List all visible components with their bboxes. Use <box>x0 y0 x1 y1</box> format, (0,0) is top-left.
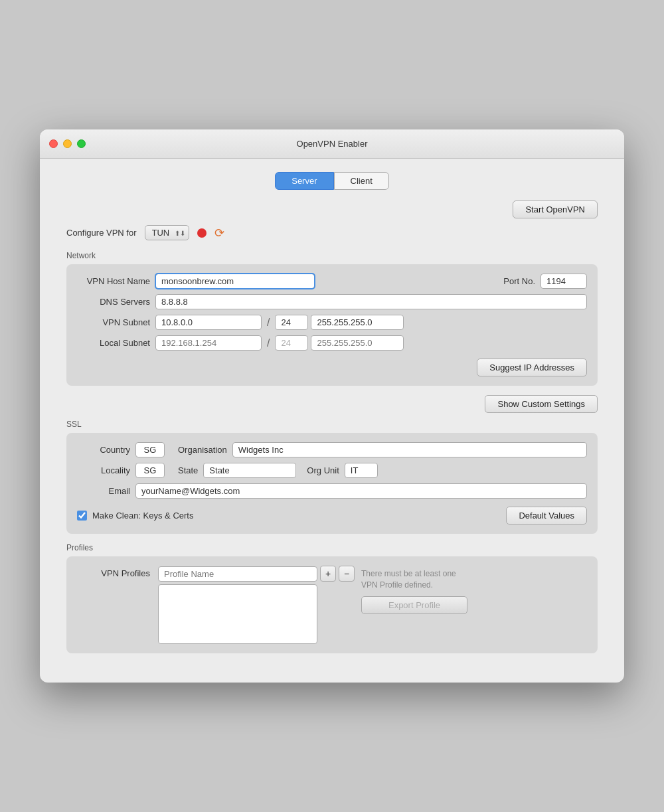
vpn-subnet-row: VPN Subnet / <box>77 315 587 330</box>
start-openvpn-button[interactable]: Start OpenVPN <box>513 201 598 218</box>
dns-input[interactable] <box>155 294 587 309</box>
network-grid: VPN Host Name Port No. DNS Servers VPN S… <box>77 274 587 376</box>
export-profile-button[interactable]: Export Profile <box>361 596 467 614</box>
dns-label: DNS Servers <box>77 297 150 307</box>
local-subnet-cidr-input[interactable] <box>275 335 308 351</box>
state-label: State <box>178 465 198 475</box>
show-custom-settings-button[interactable]: Show Custom Settings <box>485 395 598 413</box>
make-clean-row: Make Clean: Keys & Certs Default Values <box>77 507 587 525</box>
make-clean-checkbox[interactable] <box>77 511 87 521</box>
custom-settings-row: Show Custom Settings <box>66 395 598 413</box>
window-title: OpenVPN Enabler <box>297 139 368 149</box>
profiles-info-panel: There must be at least one VPN Profile d… <box>361 566 467 644</box>
app-window: OpenVPN Enabler Server Client Start Open… <box>40 129 624 683</box>
orgunit-label: Org Unit <box>307 465 339 475</box>
tab-bar: Server Client <box>66 172 598 190</box>
port-input[interactable] <box>540 274 587 289</box>
suggest-row: Suggest IP Addresses <box>77 359 587 376</box>
profiles-list-area: + − <box>158 566 355 644</box>
state-input[interactable] <box>203 463 296 478</box>
profiles-listbox[interactable] <box>158 584 317 644</box>
slash-divider-2: / <box>264 337 272 349</box>
local-subnet-label: Local Subnet <box>77 338 150 348</box>
vpn-host-row: VPN Host Name Port No. <box>77 274 587 289</box>
configure-label: Configure VPN for <box>66 228 137 238</box>
dns-row: DNS Servers <box>77 294 587 309</box>
locality-input[interactable] <box>135 463 165 478</box>
locality-label: Locality <box>77 465 130 475</box>
profiles-hint: There must be at least one VPN Profile d… <box>361 568 467 591</box>
local-subnet-mask-input[interactable] <box>311 335 404 351</box>
minimize-button[interactable] <box>63 139 72 148</box>
main-content: Server Client Start OpenVPN Configure VP… <box>40 159 624 683</box>
vpn-subnet-ip-input[interactable] <box>155 315 262 330</box>
close-button[interactable] <box>49 139 58 148</box>
vpn-subnet-controls: / <box>155 315 404 330</box>
profiles-right-panel: + − There must be at least one VPN Profi… <box>158 566 587 644</box>
tab-client[interactable]: Client <box>334 172 389 190</box>
default-values-button[interactable]: Default Values <box>506 507 587 525</box>
profiles-section-label: Profiles <box>66 543 598 552</box>
tab-server[interactable]: Server <box>275 172 333 190</box>
slash-divider-1: / <box>264 317 272 329</box>
checkbox-group: Make Clean: Keys & Certs <box>77 511 193 521</box>
remove-profile-button[interactable]: − <box>339 566 355 582</box>
email-row: Email <box>77 483 587 499</box>
email-input[interactable] <box>135 483 587 499</box>
ssl-grid: Country Organisation Locality State Org … <box>77 442 587 525</box>
profiles-controls-row: + − <box>158 566 355 582</box>
country-org-row: Country Organisation <box>77 442 587 457</box>
make-clean-label: Make Clean: Keys & Certs <box>92 511 193 521</box>
status-indicator <box>197 228 207 238</box>
add-profile-button[interactable]: + <box>320 566 336 582</box>
port-label: Port No. <box>503 276 535 286</box>
vpn-subnet-label: VPN Subnet <box>77 317 150 327</box>
vpn-mode-select-wrapper: TUN TAP ⬆⬇ <box>145 225 189 240</box>
organisation-label: Organisation <box>178 445 227 455</box>
traffic-lights <box>49 139 86 148</box>
profiles-section: VPN Profiles + − There must be at least … <box>66 556 598 653</box>
vpn-mode-select[interactable]: TUN TAP <box>145 225 189 240</box>
orgunit-input[interactable] <box>345 463 378 478</box>
local-subnet-controls: / <box>155 335 404 351</box>
vpn-subnet-mask-input[interactable] <box>311 315 404 330</box>
organisation-input[interactable] <box>232 442 587 457</box>
email-label: Email <box>77 486 130 496</box>
network-section: VPN Host Name Port No. DNS Servers VPN S… <box>66 264 598 386</box>
ssl-section-label: SSL <box>66 420 598 429</box>
vpn-host-label: VPN Host Name <box>77 276 150 286</box>
vpn-host-input[interactable] <box>155 274 315 289</box>
suggest-ip-button[interactable]: Suggest IP Addresses <box>477 359 587 376</box>
local-subnet-row: Local Subnet / <box>77 335 587 351</box>
ssl-section: Country Organisation Locality State Org … <box>66 433 598 534</box>
titlebar: OpenVPN Enabler <box>40 129 624 159</box>
toolbar-row: Start OpenVPN <box>66 201 598 218</box>
network-section-label: Network <box>66 251 598 260</box>
profile-name-input[interactable] <box>158 566 317 582</box>
country-input[interactable] <box>135 442 165 457</box>
locality-state-row: Locality State Org Unit <box>77 463 587 478</box>
refresh-icon[interactable]: ⟳ <box>214 226 224 240</box>
profiles-grid: VPN Profiles + − There must be at least … <box>77 566 587 644</box>
local-subnet-ip-input[interactable] <box>155 335 262 351</box>
country-label: Country <box>77 445 130 455</box>
vpn-subnet-cidr-input[interactable] <box>275 315 308 330</box>
maximize-button[interactable] <box>77 139 86 148</box>
vpn-profiles-label: VPN Profiles <box>77 568 150 578</box>
configure-row: Configure VPN for TUN TAP ⬆⬇ ⟳ <box>66 225 598 240</box>
